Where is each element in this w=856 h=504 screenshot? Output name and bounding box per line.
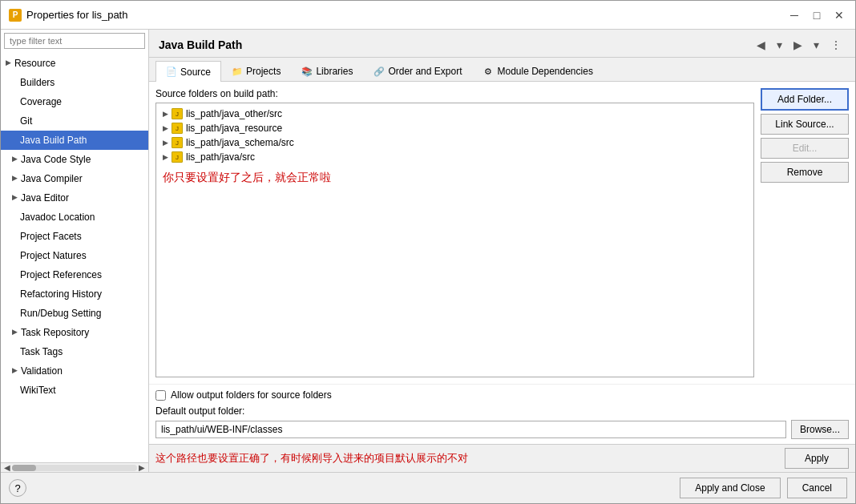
title-bar-left: P Properties for lis_path xyxy=(9,9,127,22)
back-dropdown-button[interactable]: ▾ xyxy=(773,36,786,54)
tree-item-label: lis_path/java_other/src xyxy=(186,108,282,119)
sidebar-item-coverage[interactable]: Coverage xyxy=(1,92,148,111)
browse-button[interactable]: Browse... xyxy=(791,420,849,439)
content-area: Source folders on build path: ▶ J lis_pa… xyxy=(149,82,855,444)
tree-item[interactable]: ▶ J lis_path/java_resource xyxy=(159,121,750,135)
main-title: Java Build Path xyxy=(159,38,242,51)
close-button[interactable]: ✕ xyxy=(831,7,847,23)
window-title: Properties for lis_path xyxy=(26,9,127,21)
sidebar-item-builders[interactable]: Builders xyxy=(1,73,148,92)
tree-item[interactable]: ▶ J lis_path/java/src xyxy=(159,150,750,164)
tree-item[interactable]: ▶ J lis_path/java_schema/src xyxy=(159,135,750,150)
tab-projects[interactable]: 📁 Projects xyxy=(221,61,291,81)
sidebar-item-java-compiler[interactable]: ▶ Java Compiler xyxy=(1,169,148,188)
title-controls: ─ □ ✕ xyxy=(786,7,847,23)
apply-button[interactable]: Apply xyxy=(785,448,849,469)
filter-input[interactable] xyxy=(4,33,145,49)
sidebar-item-project-facets[interactable]: Project Facets xyxy=(1,227,148,246)
maximize-button[interactable]: □ xyxy=(809,7,825,23)
scroll-right-icon[interactable]: ▶ xyxy=(137,463,147,472)
sidebar-item-label: Refactoring History xyxy=(20,287,102,301)
projects-tab-icon: 📁 xyxy=(232,66,243,77)
status-annotation: 这个路径也要设置正确了，有时候刚导入进来的项目默认展示的不对 xyxy=(155,451,468,466)
help-button[interactable]: ? xyxy=(9,479,26,497)
link-source-button[interactable]: Link Source... xyxy=(761,114,849,135)
sidebar-item-task-tags[interactable]: Task Tags xyxy=(1,342,148,361)
footer-left: ? xyxy=(9,479,26,497)
dialog-window: P Properties for lis_path ─ □ ✕ ▶ Resour… xyxy=(0,0,856,504)
tree-chevron-icon: ▶ xyxy=(163,124,168,132)
source-tab-icon: 📄 xyxy=(166,67,177,78)
tab-module-deps[interactable]: ⚙ Module Dependencies xyxy=(472,61,603,81)
folder-icon: J xyxy=(172,123,183,134)
chevron-icon: ▶ xyxy=(12,173,18,184)
remove-button[interactable]: Remove xyxy=(761,162,849,183)
content-wrapper: Source folders on build path: ▶ J lis_pa… xyxy=(149,82,855,472)
sidebar-item-project-natures[interactable]: Project Natures xyxy=(1,246,148,265)
scroll-left-icon[interactable]: ◀ xyxy=(2,463,12,472)
output-folder-input[interactable] xyxy=(155,421,786,438)
title-bar: P Properties for lis_path ─ □ ✕ xyxy=(1,1,855,30)
tab-libraries[interactable]: 📚 Libraries xyxy=(291,61,363,81)
sidebar-item-resource[interactable]: ▶ Resource xyxy=(1,54,148,73)
sidebar-item-label: Run/Debug Setting xyxy=(20,306,101,321)
tab-libraries-label: Libraries xyxy=(316,66,353,77)
back-button[interactable]: ◀ xyxy=(753,36,769,54)
sidebar-item-label: Java Code Style xyxy=(21,152,91,167)
sidebar-item-label: Coverage xyxy=(20,95,62,109)
tab-source[interactable]: 📄 Source xyxy=(155,61,221,82)
edit-button[interactable]: Edit... xyxy=(761,138,849,159)
forward-dropdown-button[interactable]: ▾ xyxy=(810,36,823,54)
module-deps-tab-icon: ⚙ xyxy=(483,66,494,77)
tree-item[interactable]: ▶ J lis_path/java_other/src xyxy=(159,107,750,121)
source-folders-label: Source folders on build path: xyxy=(155,88,754,99)
sidebar-item-label: Java Editor xyxy=(21,191,69,205)
chevron-icon: ▶ xyxy=(12,192,18,204)
order-export-tab-icon: 🔗 xyxy=(373,66,385,77)
tree-item-label: lis_path/java_schema/src xyxy=(186,137,294,148)
sidebar-item-label: Java Build Path xyxy=(20,133,87,147)
status-area: 这个路径也要设置正确了，有时候刚导入进来的项目默认展示的不对 Apply xyxy=(149,444,855,472)
add-folder-button[interactable]: Add Folder... xyxy=(761,88,849,111)
sidebar-item-run-debug[interactable]: Run/Debug Setting xyxy=(1,304,148,323)
apply-close-button[interactable]: Apply and Close xyxy=(680,478,780,498)
sidebar-item-task-repository[interactable]: ▶ Task Repository xyxy=(1,323,148,342)
tabs-bar: 📄 Source 📁 Projects 📚 Libraries 🔗 Order … xyxy=(149,58,855,82)
tab-source-label: Source xyxy=(180,67,211,78)
source-panel: Source folders on build path: ▶ J lis_pa… xyxy=(155,88,754,377)
sidebar-item-wikitext[interactable]: WikiText xyxy=(1,381,148,400)
sidebar-item-git[interactable]: Git xyxy=(1,111,148,131)
folder-icon: J xyxy=(172,137,183,148)
sidebar-item-validation[interactable]: ▶ Validation xyxy=(1,361,148,381)
tab-projects-label: Projects xyxy=(246,66,281,77)
more-button[interactable]: ⋮ xyxy=(826,36,846,54)
minimize-button[interactable]: ─ xyxy=(786,7,802,23)
sidebar-item-label: Project Natures xyxy=(20,248,87,263)
sidebar-item-javadoc-location[interactable]: Javadoc Location xyxy=(1,208,148,227)
main-area: Java Build Path ◀ ▾ ▶ ▾ ⋮ 📄 Source 📁 Pro… xyxy=(149,30,855,472)
cancel-button[interactable]: Cancel xyxy=(787,478,847,498)
sidebar-item-java-editor[interactable]: ▶ Java Editor xyxy=(1,188,148,208)
sidebar-item-refactoring-history[interactable]: Refactoring History xyxy=(1,284,148,304)
sidebar-item-project-references[interactable]: Project References xyxy=(1,265,148,284)
output-row: Browse... xyxy=(155,420,849,439)
tree-chevron-icon: ▶ xyxy=(163,153,168,161)
annotation-text-1: 你只要设置好了之后，就会正常啦 xyxy=(159,164,750,192)
tab-order-export[interactable]: 🔗 Order and Export xyxy=(363,61,472,81)
sidebar-item-label: WikiText xyxy=(20,383,56,397)
window-icon: P xyxy=(9,9,22,22)
allow-output-checkbox[interactable] xyxy=(155,390,166,401)
forward-button[interactable]: ▶ xyxy=(789,36,806,54)
main-header: Java Build Path ◀ ▾ ▶ ▾ ⋮ xyxy=(149,30,855,58)
sidebar-item-label: Validation xyxy=(21,364,63,378)
tree-item-label: lis_path/java/src xyxy=(186,151,255,163)
horizontal-scrollbar[interactable]: ◀ ▶ xyxy=(1,462,148,472)
source-tree: ▶ J lis_path/java_other/src ▶ J lis_path… xyxy=(155,103,754,377)
sidebar-item-label: Project References xyxy=(20,268,102,282)
sidebar-item-java-build-path[interactable]: Java Build Path xyxy=(1,131,148,150)
chevron-icon: ▶ xyxy=(12,327,18,338)
sidebar-item-java-code-style[interactable]: ▶ Java Code Style xyxy=(1,150,148,169)
footer: ? Apply and Close Cancel xyxy=(1,472,855,503)
bottom-area: Allow output folders for source folders … xyxy=(149,384,855,444)
default-output-label: Default output folder: xyxy=(155,405,849,417)
